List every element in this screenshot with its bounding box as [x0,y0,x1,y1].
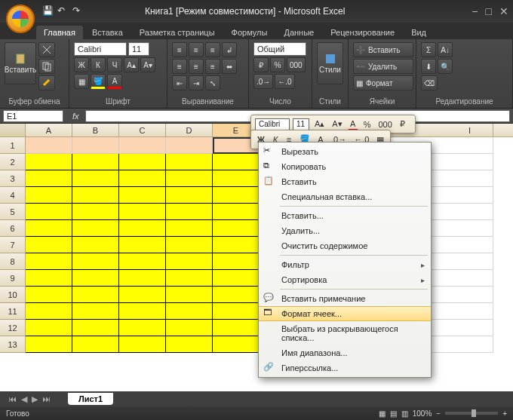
cell[interactable] [26,320,72,336]
cell[interactable] [119,204,166,220]
cell[interactable] [72,204,119,220]
cell[interactable] [72,270,119,287]
cm-filter[interactable]: Фильтр [259,257,431,272]
tab-formulas[interactable]: Формулы [224,26,275,39]
col-header-b[interactable]: B [72,124,119,136]
zoom-level[interactable]: 100% [413,409,432,418]
comma-button[interactable]: 000 [287,57,306,72]
save-icon[interactable]: 💾 [42,5,54,17]
view-normal-icon[interactable]: ▦ [379,409,386,418]
tab-home[interactable]: Главная [36,26,83,39]
cell[interactable] [26,253,72,270]
mini-grow-font[interactable]: A▴ [312,118,327,130]
merge-button[interactable]: ⬌ [222,59,237,74]
cell[interactable] [72,303,119,320]
cell[interactable] [72,253,119,270]
cell[interactable] [166,270,213,287]
zoom-in-button[interactable]: + [502,409,507,418]
row-header[interactable]: 4 [0,187,26,204]
underline-button[interactable]: Ч [107,57,122,72]
cells-insert-button[interactable]: ➕ Вставить [353,42,413,57]
cell[interactable] [26,237,72,253]
cell[interactable] [166,303,213,320]
cell[interactable] [119,336,166,353]
sheet-tab-1[interactable]: Лист1 [68,393,113,405]
sheet-nav[interactable]: ⏮◀▶⏭ [6,394,53,404]
cut-button[interactable] [38,42,55,57]
row-header[interactable]: 13 [0,336,26,353]
cm-delete[interactable]: Удалить... [259,223,431,238]
cell[interactable] [72,187,119,204]
cm-clear[interactable]: Очистить содержимое [259,238,431,253]
orientation-button[interactable]: ⤡ [205,75,220,90]
col-header-c[interactable]: C [119,124,166,136]
cell[interactable] [26,270,72,287]
cm-comment[interactable]: 💬Вставить примечание [259,291,431,306]
tab-review[interactable]: Рецензирование [323,26,402,39]
cell[interactable] [119,137,166,154]
cell[interactable] [26,303,72,320]
currency-button[interactable]: ₽ [253,57,269,72]
mini-shrink-font[interactable]: A▾ [330,118,344,130]
align-top-button[interactable]: ≡ [172,42,187,57]
cell[interactable] [26,336,72,353]
sort-filter-button[interactable]: A↓ [438,42,453,57]
cell[interactable] [166,336,213,353]
close-icon[interactable]: ✕ [499,5,508,17]
cm-dropdown[interactable]: Выбрать из раскрывающегося списка... [259,321,431,345]
select-all-corner[interactable] [0,124,26,136]
fill-color-button[interactable]: 🪣 [91,74,106,89]
view-layout-icon[interactable]: ▤ [390,409,397,418]
align-left-button[interactable]: ≡ [172,59,187,74]
row-header[interactable]: 8 [0,253,26,270]
cell[interactable] [213,287,260,303]
row-header[interactable]: 2 [0,154,26,170]
col-header-i[interactable]: I [447,124,493,136]
cell[interactable] [72,237,119,253]
align-middle-button[interactable]: ≡ [189,42,204,57]
cell[interactable] [166,220,213,237]
maximize-icon[interactable]: □ [486,5,492,17]
col-header-d[interactable]: D [166,124,213,136]
cm-sort[interactable]: Сортировка [259,272,431,287]
border-button[interactable]: ▦ [74,74,89,89]
name-box[interactable]: E1 [3,110,63,122]
find-button[interactable]: 🔍 [438,59,453,74]
cell[interactable] [447,336,493,353]
cell[interactable] [26,187,72,204]
cell[interactable] [447,320,493,336]
cell[interactable] [119,237,166,253]
cell[interactable] [26,204,72,220]
cell[interactable] [72,170,119,187]
cell[interactable] [447,220,493,237]
cell[interactable] [119,320,166,336]
col-header-a[interactable]: A [26,124,72,136]
align-center-button[interactable]: ≡ [189,59,204,74]
grow-font-button[interactable]: A▴ [124,57,139,72]
cell[interactable] [72,154,119,170]
mini-font-color[interactable]: A [348,118,358,130]
format-painter-button[interactable] [38,75,55,90]
cm-paste[interactable]: 📋Вставить [259,174,431,189]
cell[interactable] [119,303,166,320]
cell[interactable] [119,220,166,237]
cell[interactable] [166,237,213,253]
indent-decrease-button[interactable]: ⇤ [172,75,187,90]
cell[interactable] [72,336,119,353]
cell[interactable] [166,204,213,220]
fx-icon[interactable]: fx [66,112,85,121]
row-header[interactable]: 7 [0,237,26,253]
cell[interactable] [26,154,72,170]
bold-button[interactable]: Ж [74,57,89,72]
cm-hyperlink[interactable]: 🔗Гиперссылка... [259,360,431,376]
mini-comma[interactable]: 000 [376,118,394,130]
styles-button[interactable]: Стили [317,42,343,84]
cell[interactable] [447,204,493,220]
cell[interactable] [26,137,72,154]
row-header[interactable]: 6 [0,220,26,237]
redo-icon[interactable]: ↷ [72,5,84,17]
cell[interactable] [447,170,493,187]
cell[interactable] [213,204,260,220]
cell[interactable] [213,170,260,187]
align-bottom-button[interactable]: ≡ [205,42,220,57]
